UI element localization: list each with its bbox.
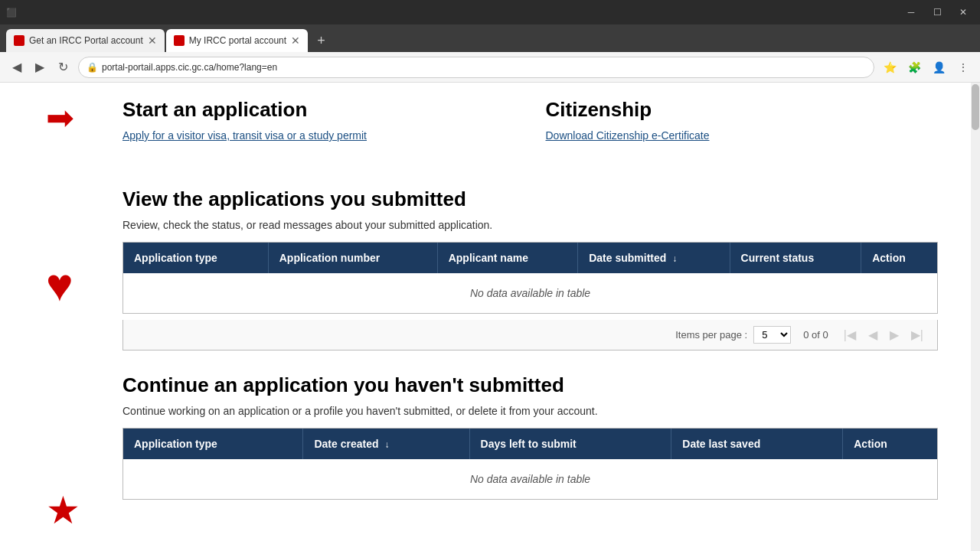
ucol-action: Action (843, 429, 937, 459)
back-icon: ◀ (12, 60, 21, 74)
start-application-link[interactable]: Apply for a visitor visa, transit visa o… (122, 129, 367, 142)
items-per-page-label: Items per page : (675, 329, 747, 341)
items-per-page-select[interactable]: 5 10 25 50 (753, 326, 791, 344)
bookmarks-icon[interactable]: ⭐ (879, 57, 900, 78)
unsubmitted-table-head: Application type Date created ↓ Days lef… (123, 429, 937, 459)
submitted-title: View the applications you submitted (122, 187, 938, 211)
browser-chrome: ⬛ ─ ☐ ✕ Get an IRCC Portal account ✕ My … (0, 0, 980, 83)
decorative-heart: ♥ (46, 259, 74, 311)
col-app-name: Applicant name (437, 243, 578, 273)
profile-icon[interactable]: 👤 (928, 57, 949, 78)
col-app-number: Application number (268, 243, 437, 273)
unsubmitted-section: Continue an application you haven't subm… (122, 373, 938, 500)
browser-tab-1[interactable]: Get an IRCC Portal account ✕ (6, 29, 165, 52)
decorative-arrow: ➡ (46, 98, 74, 137)
date-created-sort-icon: ↓ (384, 439, 389, 450)
start-application-title: Start an application (122, 98, 515, 122)
extensions-icon[interactable]: 🧩 (903, 57, 925, 78)
ucol-date-created[interactable]: Date created ↓ (303, 429, 469, 459)
decorative-star: ★ (46, 488, 80, 533)
col-action: Action (861, 243, 937, 273)
back-button[interactable]: ◀ (6, 57, 28, 78)
citizenship-title: Citizenship (546, 98, 939, 122)
minimize-btn[interactable]: ─ (900, 2, 922, 23)
date-submitted-sort-icon: ↓ (672, 253, 677, 264)
browser-titlebar: ⬛ ─ ☐ ✕ (0, 0, 980, 24)
pagination-count: 0 of 0 (803, 329, 828, 341)
next-page-btn[interactable]: ▶ (887, 326, 902, 344)
address-bar[interactable]: 🔒 portal-portail.apps.cic.gc.ca/home?lan… (78, 57, 874, 78)
close-btn[interactable]: ✕ (952, 2, 974, 23)
submitted-table-wrapper: Application type Application number Appl… (122, 242, 938, 314)
refresh-button[interactable]: ↻ (52, 57, 74, 78)
scrollbar[interactable] (971, 83, 980, 551)
browser-tab-2[interactable]: My IRCC portal account ✕ (166, 29, 308, 52)
unsubmitted-table-body: No data available in table (123, 459, 937, 499)
new-tab-btn[interactable]: + (309, 29, 333, 52)
browser-toolbar: ◀ ▶ ↻ 🔒 portal-portail.apps.cic.gc.ca/ho… (0, 52, 980, 83)
start-application-section: Start an application Apply for a visitor… (122, 98, 515, 142)
top-sections: Start an application Apply for a visitor… (122, 98, 938, 165)
submitted-description: Review, check the status, or read messag… (122, 219, 938, 231)
col-app-type: Application type (123, 243, 268, 273)
submitted-table-body: No data available in table (123, 273, 937, 313)
scrollbar-thumb[interactable] (972, 84, 979, 130)
more-options-icon[interactable]: ⋮ (952, 57, 974, 78)
maximize-btn[interactable]: ☐ (926, 2, 948, 23)
submitted-empty-row: No data available in table (123, 273, 937, 313)
refresh-icon: ↻ (58, 60, 68, 74)
citizenship-section: Citizenship Download Citizenship e-Certi… (546, 98, 939, 142)
unsubmitted-description: Continue working on an application or a … (122, 405, 938, 417)
tab-favicon-2 (174, 35, 185, 46)
tab-close-1[interactable]: ✕ (148, 34, 157, 47)
ucol-app-type: Application type (123, 429, 303, 459)
tab-label-1: Get an IRCC Portal account (29, 35, 143, 46)
last-page-btn[interactable]: ▶| (908, 326, 926, 344)
forward-icon: ▶ (35, 60, 44, 74)
unsubmitted-table: Application type Date created ↓ Days lef… (123, 429, 937, 499)
unsubmitted-empty-row: No data available in table (123, 459, 937, 499)
browser-tabs: Get an IRCC Portal account ✕ My IRCC por… (0, 24, 980, 52)
new-tab-icon: + (317, 33, 325, 49)
col-current-status: Current status (730, 243, 861, 273)
submitted-table-head: Application type Application number Appl… (123, 243, 937, 273)
page-wrapper: ➡ Start an application Apply for a visit… (0, 83, 980, 551)
ucol-days-left: Days left to submit (469, 429, 671, 459)
submitted-table-header-row: Application type Application number Appl… (123, 243, 937, 273)
forward-button[interactable]: ▶ (29, 57, 51, 78)
tab-close-2[interactable]: ✕ (291, 34, 300, 47)
unsubmitted-header-row: Application type Date created ↓ Days lef… (123, 429, 937, 459)
citizenship-link[interactable]: Download Citizenship e-Certificate (546, 129, 710, 142)
tab-favicon-1 (14, 35, 24, 46)
toolbar-icons: ⭐ 🧩 👤 ⋮ (879, 57, 974, 78)
unsubmitted-empty-message: No data available in table (123, 459, 937, 499)
unsubmitted-table-wrapper: Application type Date created ↓ Days lef… (122, 428, 938, 500)
ucol-date-last-saved: Date last saved (671, 429, 843, 459)
submitted-section: View the applications you submitted Revi… (122, 187, 938, 350)
pagination-row: Items per page : 5 10 25 50 0 of 0 |◀ ◀ … (122, 320, 938, 350)
submitted-table: Application type Application number Appl… (123, 243, 937, 313)
address-url: portal-portail.apps.cic.gc.ca/home?lang=… (102, 62, 277, 73)
unsubmitted-title: Continue an application you haven't subm… (122, 373, 938, 397)
submitted-empty-message: No data available in table (123, 273, 937, 313)
page-content: ➡ Start an application Apply for a visit… (0, 83, 969, 551)
first-page-btn[interactable]: |◀ (841, 326, 859, 344)
tab-label-2: My IRCC portal account (189, 35, 286, 46)
col-date-submitted[interactable]: Date submitted ↓ (578, 243, 730, 273)
security-icon: 🔒 (87, 62, 97, 73)
prev-page-btn[interactable]: ◀ (865, 326, 880, 344)
window-controls: ⬛ (6, 8, 17, 18)
